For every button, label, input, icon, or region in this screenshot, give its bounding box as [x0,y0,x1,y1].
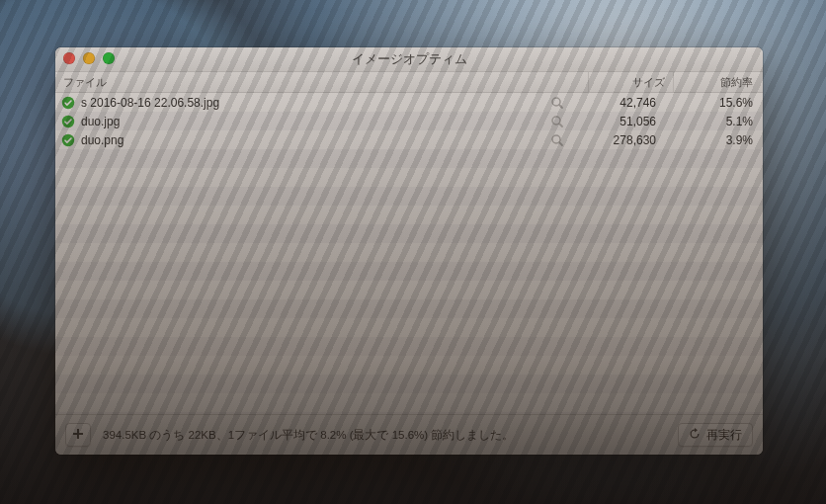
window-controls [63,52,115,64]
reveal-in-finder-icon[interactable] [549,132,565,148]
titlebar[interactable]: イメージオプティム [55,47,763,72]
table-row[interactable]: duo.jpg51,0565.1% [55,112,763,130]
status-ok-icon [61,115,75,128]
add-button[interactable] [65,423,91,447]
reveal-in-finder-icon[interactable] [549,95,565,111]
svg-line-2 [559,105,562,108]
savings-percent: 3.9% [664,133,763,147]
filename: duo.png [81,133,124,147]
rerun-button[interactable]: 再実行 [678,423,753,447]
plus-icon [72,428,84,443]
svg-line-5 [559,124,562,126]
status-ok-icon [61,96,75,110]
svg-line-8 [559,142,562,145]
file-size: 51,056 [571,115,664,128]
status-text: 394.5KB のうち 22KB、1ファイル平均で 8.2% (最大で 15.6… [103,428,666,443]
column-header-file[interactable]: ファイル [55,72,589,92]
file-size: 278,630 [571,133,664,147]
savings-percent: 15.6% [664,96,763,110]
savings-percent: 5.1% [664,115,763,128]
filename: duo.jpg [81,115,120,128]
status-ok-icon [61,133,75,147]
rerun-label: 再実行 [706,427,742,444]
table-header: ファイル サイズ 節約率 [55,72,763,93]
footer-bar: 394.5KB のうち 22KB、1ファイル平均で 8.2% (最大で 15.6… [55,414,763,455]
minimize-button[interactable] [83,52,95,64]
table-row[interactable]: duo.png278,6303.9% [55,130,763,149]
column-header-size[interactable]: サイズ [589,72,674,92]
table-row[interactable]: s 2016-08-16 22.06.58.jpg42,74615.6% [55,93,763,112]
close-button[interactable] [63,52,75,64]
desktop-background: イメージオプティム ファイル サイズ 節約率 s 2016-08-16 22.0… [0,0,826,504]
refresh-icon [689,428,701,443]
reveal-in-finder-icon[interactable] [549,114,565,129]
filename: s 2016-08-16 22.06.58.jpg [81,96,219,110]
app-window: イメージオプティム ファイル サイズ 節約率 s 2016-08-16 22.0… [55,47,763,455]
table-body[interactable]: s 2016-08-16 22.06.58.jpg42,74615.6%duo.… [55,93,763,414]
column-header-savings[interactable]: 節約率 [674,72,763,92]
zoom-button[interactable] [103,52,115,64]
file-size: 42,746 [571,96,664,110]
window-title: イメージオプティム [352,50,467,68]
